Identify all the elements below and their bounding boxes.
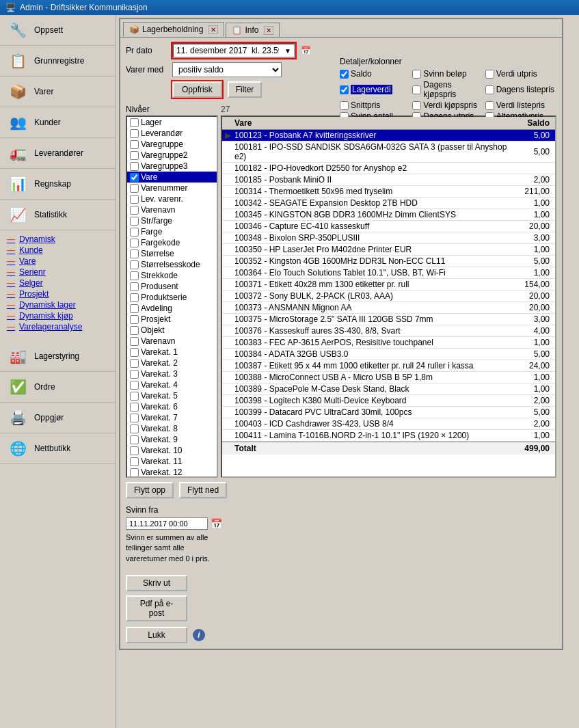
nivaa-varegruppe3[interactable]: Varegruppe3	[127, 161, 217, 172]
svinn-date-input[interactable]: 11.11.2017 00:00	[126, 517, 208, 530]
flytt-opp-button[interactable]: Flytt opp	[126, 482, 174, 498]
table-row[interactable]: 100384 - ADATA 32GB USB3.0 5,00	[222, 349, 555, 360]
nivaa-lager[interactable]: Lager	[127, 117, 217, 128]
nivaa-lev-varenr[interactable]: Lev. varenr.	[127, 193, 217, 204]
cb-snittpris[interactable]: Snittpris	[340, 100, 409, 110]
cb-verdi-utpris[interactable]: Verdi utpris	[485, 69, 555, 79]
table-row[interactable]: 100388 - MicroConnect USB A - Micro USB …	[222, 372, 555, 383]
table-row[interactable]: 100314 - Thermoetikett 50x96 med fryseli…	[222, 186, 555, 198]
table-row[interactable]: 100350 - HP LaserJet Pro M402dne Printer…	[222, 244, 555, 256]
sidebar-item-varer[interactable]: 📦 Varer	[0, 77, 116, 107]
cb-saldo[interactable]: Saldo	[340, 69, 409, 79]
nivaa-varekat6[interactable]: Varekat. 6	[127, 401, 217, 412]
sidebar-link-dynamisk[interactable]: — Dynamisk	[7, 234, 109, 244]
nivaa-varegruppe[interactable]: Varegruppe	[127, 139, 217, 150]
nivaa-produktserie[interactable]: Produktserie	[127, 292, 217, 303]
cb-verdi-kjopspris[interactable]: Verdi kjøpspris	[412, 100, 482, 110]
tab-lagerbeholdning-close[interactable]: ✕	[208, 25, 218, 34]
nivaa-avdeling[interactable]: Avdeling	[127, 303, 217, 314]
nivaa-varekat10[interactable]: Varekat. 10	[127, 445, 217, 456]
pdf-epost-button[interactable]: Pdf på e-post	[126, 595, 187, 621]
nivaa-leverandor[interactable]: Leverandør	[127, 128, 217, 139]
date-input-field[interactable]: 11. desember 2017 kl. 23.59	[176, 46, 279, 55]
tab-lagerbeholdning[interactable]: 📦 Lagerbeholdning ✕	[123, 22, 224, 37]
varer-med-select[interactable]: positiv saldo	[172, 62, 282, 77]
table-row[interactable]: 100372 - Sony BULK, 2-PACK (LR03, AAA) 2…	[222, 291, 555, 302]
table-row[interactable]: 100389 - SpacePole M-Case Desk Stand, Bl…	[222, 383, 555, 395]
table-row[interactable]: 100411 - Lamina T-1016B.NORD 2-in-1 10.1…	[222, 430, 555, 442]
nivaa-storrelse[interactable]: Størrelse	[127, 248, 217, 259]
cb-verdi-listepris[interactable]: Verdi listepris	[485, 100, 555, 110]
table-row[interactable]: ▶ 100123 - Posbank A7 kvitteringsskriver…	[222, 130, 555, 141]
cb-dagens-kjopspris[interactable]: Dagens kjøpspris	[412, 80, 482, 99]
nivaa-fargekode[interactable]: Fargekode	[127, 237, 217, 248]
nivaer-list[interactable]: Lager Leverandør Varegruppe Varegruppe2 …	[126, 116, 218, 478]
nivaa-varekat3[interactable]: Varekat. 3	[127, 368, 217, 379]
data-table[interactable]: Vare Saldo ▶ 100123 - Posbank A7 kvitter…	[221, 116, 556, 478]
calendar-icon[interactable]: 📅	[301, 46, 311, 55]
table-row[interactable]: 100399 - Datacard PVC UltraCard 30mil, 1…	[222, 407, 555, 418]
cb-dagens-listepris[interactable]: Dagens listepris	[485, 80, 555, 99]
svinn-calendar-icon[interactable]: 📅	[211, 518, 222, 529]
nivaa-varekat11[interactable]: Varekat. 11	[127, 456, 217, 467]
nivaa-storrelsesskode[interactable]: Størrelsesskode	[127, 259, 217, 270]
table-row[interactable]: 100348 - Bixolon SRP-350PLUSIII 3,00	[222, 232, 555, 244]
sidebar-item-kunder[interactable]: 👥 Kunder	[0, 107, 116, 138]
sidebar-link-dynamisk-kjop[interactable]: — Dynamisk kjøp	[7, 311, 109, 321]
sidebar-item-regnskap[interactable]: 📊 Regnskap	[0, 169, 116, 200]
nivaa-prosjekt[interactable]: Prosjekt	[127, 314, 217, 325]
table-row[interactable]: 100398 - Logitech K380 Multi-Device Keyb…	[222, 395, 555, 407]
table-row[interactable]: 100387 - Etikett 95 x 44 mm 1000 etikett…	[222, 360, 555, 372]
info-icon[interactable]: i	[193, 629, 205, 641]
table-row[interactable]: 100181 - IPO-SSD SANDISK SDSA6GM-032G SA…	[222, 141, 555, 163]
sidebar-item-lagerstyring[interactable]: 🏭 Lagerstyring	[0, 341, 116, 372]
sidebar-link-dynamisk-lager[interactable]: — Dynamisk lager	[7, 300, 109, 310]
cb-svinn-belop[interactable]: Svinn beløp	[412, 69, 482, 79]
nivaa-varekat2[interactable]: Varekat. 2	[127, 358, 217, 368]
sidebar-item-statistikk[interactable]: 📈 Statistikk	[0, 200, 116, 230]
lukk-button[interactable]: Lukk	[126, 627, 187, 643]
sidebar-link-varelageranalyse[interactable]: — Varelageranalyse	[7, 322, 109, 332]
sidebar-item-oppsett[interactable]: 🔧 Oppsett	[0, 15, 116, 46]
sidebar-item-oppgjor[interactable]: 🖨️ Oppgjør	[0, 403, 116, 433]
flytt-ned-button[interactable]: Flytt ned	[179, 482, 227, 498]
sidebar-link-kunde[interactable]: — Kunde	[7, 245, 109, 255]
oppfrisk-button[interactable]: Oppfrisk	[172, 81, 222, 98]
date-input[interactable]: 11. desember 2017 kl. 23.59 ▼	[172, 43, 295, 58]
nivaa-farge[interactable]: Farge	[127, 226, 217, 237]
tab-info-close[interactable]: ✕	[264, 26, 273, 35]
table-row[interactable]: 100375 - MicroStorage 2.5" SATA III 120G…	[222, 314, 555, 325]
skriv-ut-button[interactable]: Skriv ut	[126, 575, 187, 591]
nivaa-varekat5[interactable]: Varekat. 5	[127, 390, 217, 401]
nivaa-str-farge[interactable]: Str/farge	[127, 215, 217, 226]
table-row[interactable]: 100346 - Capture EC-410 kasseskuff 20,00	[222, 221, 555, 232]
nivaa-varenummer[interactable]: Varenummer	[127, 183, 217, 193]
table-row[interactable]: 100342 - SEAGATE Expansion Desktop 2TB H…	[222, 198, 555, 209]
table-row[interactable]: 100373 - ANSMANN Mignon AA 20,00	[222, 302, 555, 314]
tab-info[interactable]: 📋 Info ✕	[226, 23, 280, 37]
table-row[interactable]: 100376 - Kasseskuff aures 3S-430, 8/8, S…	[222, 325, 555, 337]
sidebar-item-nettbutikk[interactable]: 🌐 Nettbutikk	[0, 433, 116, 464]
table-row[interactable]: 100182 - IPO-Hovedkort D2550 for Anyshop…	[222, 163, 555, 174]
nivaa-varenavn2[interactable]: Varenavn	[127, 336, 217, 347]
nivaa-objekt[interactable]: Objekt	[127, 325, 217, 336]
sidebar-item-leverandorer[interactable]: 🚛 Leverandører	[0, 138, 116, 169]
sidebar-link-vare[interactable]: — Vare	[7, 256, 109, 266]
table-row[interactable]: 100364 - Elo Touch Solutions Tablet 10.1…	[222, 267, 555, 279]
table-row[interactable]: 100371 - Etikett 40x28 mm 1300 etiketter…	[222, 279, 555, 291]
cb-lagerverdi[interactable]: Lagerverdi	[340, 80, 409, 99]
table-row[interactable]: 100403 - ICD Cashdrawer 3S-423, USB 8/4 …	[222, 418, 555, 430]
nivaa-varekat12[interactable]: Varekat. 12	[127, 467, 217, 478]
nivaa-varekat7[interactable]: Varekat. 7	[127, 412, 217, 423]
nivaa-varekat1[interactable]: Varekat. 1	[127, 347, 217, 358]
table-row[interactable]: 100383 - FEC AP-3615 AerPOS, Resisitive …	[222, 337, 555, 349]
table-row[interactable]: 100185 - Posbank MiniO II 2,00	[222, 174, 555, 186]
nivaa-varekat4[interactable]: Varekat. 4	[127, 379, 217, 390]
sidebar-link-selger[interactable]: — Selger	[7, 278, 109, 288]
nivaa-varenavn[interactable]: Varenavn	[127, 204, 217, 215]
date-dropdown-arrow[interactable]: ▼	[284, 47, 291, 55]
sidebar-link-prosjekt[interactable]: — Prosjekt	[7, 289, 109, 299]
nivaa-produsent[interactable]: Produsent	[127, 281, 217, 292]
filter-button[interactable]: Filter	[228, 81, 262, 98]
sidebar-link-serienr[interactable]: — Serienr	[7, 267, 109, 277]
